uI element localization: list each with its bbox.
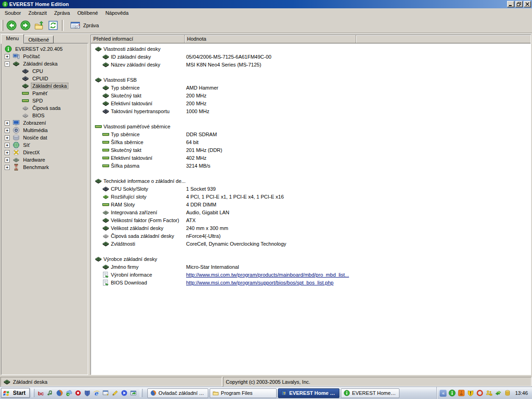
expand-icon[interactable]: + <box>5 128 10 133</box>
users-alert-tray-button[interactable]: ! <box>485 389 493 397</box>
info-row[interactable]: Skutečný takt200 MHz <box>91 91 531 99</box>
info-row[interactable]: Jméno firmyMicro-Star International <box>91 263 531 271</box>
menu-zprava[interactable]: Zpráva <box>50 9 73 17</box>
tree-item[interactable]: Základní deska <box>1 82 88 90</box>
info-row[interactable]: Velikostní faktor (Form Factor)ATX <box>91 216 531 224</box>
info-row[interactable]: Výrobní informacehttp://www.msi.com.tw/p… <box>91 271 531 278</box>
tray-chevron-button[interactable]: « <box>440 390 447 397</box>
info-row[interactable]: Skutečný takt201 MHz (DDR) <box>91 146 531 154</box>
info-row[interactable]: Šířka sběrnice64 bit <box>91 138 531 146</box>
info-row[interactable]: Efektivní taktování200 MHz <box>91 99 531 107</box>
up-button[interactable] <box>33 19 45 31</box>
firefox-quicklaunch-button[interactable] <box>55 388 64 398</box>
section-header-row[interactable]: Vlastnosti paměťové sběrnice <box>91 122 531 130</box>
info-value-link[interactable]: http://www.msi.com.tw/program/support/bi… <box>186 280 333 285</box>
tree-item[interactable]: +DirectX <box>1 149 88 156</box>
shield-quicklaunch-button[interactable] <box>83 388 92 398</box>
info-row[interactable]: ID základní desky05/04/2006-MS-7125-6A61… <box>91 53 531 60</box>
taskbar-window-everest-home-editio[interactable]: ?EVEREST Home Editio... <box>278 388 339 398</box>
section-header-row[interactable]: Výrobce základní desky <box>91 255 531 263</box>
tree-item[interactable]: SPD <box>1 97 88 104</box>
menu-oblibene[interactable]: Oblíbené <box>73 9 102 17</box>
pen-quicklaunch-button[interactable] <box>110 388 120 398</box>
info-row[interactable]: CPU Sokly/Sloty1 Socket 939 <box>91 185 531 193</box>
taskband-grip[interactable] <box>140 389 143 397</box>
tree-item[interactable]: EVEREST v2.20.405 <box>1 45 88 53</box>
refresh-button[interactable] <box>47 19 59 31</box>
expand-icon[interactable]: + <box>5 54 10 59</box>
collapse-icon[interactable]: − <box>5 61 10 66</box>
tree-item[interactable]: BIOS <box>1 112 88 119</box>
quicklaunch-grip[interactable] <box>32 389 35 397</box>
tree-item[interactable]: +Hardware <box>1 156 88 163</box>
close-button[interactable] <box>524 1 531 7</box>
expand-icon[interactable]: + <box>5 143 10 148</box>
start-button[interactable]: Start <box>1 388 30 398</box>
section-header-row[interactable]: Vlastnosti základní desky <box>91 45 531 53</box>
everest-tray-button[interactable] <box>448 389 456 397</box>
taskbar-window-everest-home-edit[interactable]: EVEREST Home Edit... <box>341 388 399 398</box>
tree-item[interactable]: +Multimédia <box>1 127 88 134</box>
info-row[interactable]: BIOS Downloadhttp://www.msi.com.tw/progr… <box>91 278 531 286</box>
toolbar-grip[interactable] <box>1 20 3 31</box>
back-button[interactable] <box>5 19 18 31</box>
tab-menu[interactable]: Menu <box>1 34 24 44</box>
section-header-row[interactable]: Technické informace o základní de... <box>91 177 531 185</box>
internet-explorer-quicklaunch-button[interactable]: e <box>92 388 101 398</box>
info-row[interactable]: ZvláštnostiCoreCell, Dynamic Overclockin… <box>91 240 531 248</box>
forward-button[interactable] <box>19 19 31 31</box>
info-row[interactable]: RAM Sloty4 DDR DIMM <box>91 200 531 208</box>
info-row[interactable]: Efektivní taktování402 MHz <box>91 154 531 162</box>
column-header-prehled[interactable]: Přehled informací <box>91 35 185 43</box>
info-row[interactable]: Název základní deskyMSI K8N Neo4 Series … <box>91 60 531 68</box>
section-header-row[interactable]: Vlastnosti FSB <box>91 76 531 84</box>
tab-oblibene[interactable]: Oblíbené <box>24 36 54 43</box>
tree-item[interactable]: Paměť <box>1 90 88 97</box>
media-player-quicklaunch-button[interactable] <box>120 388 129 398</box>
tree-item[interactable]: CPU <box>1 67 88 75</box>
taskbar-window-ovlada-z-kladn-desk[interactable]: Ovladač základní desk... <box>147 388 208 398</box>
column-header-hodnota[interactable]: Hodnota <box>185 35 356 43</box>
download-manager-quicklaunch-button[interactable] <box>64 388 73 398</box>
tree-item[interactable]: +Síť <box>1 141 88 149</box>
title-bar[interactable]: EVEREST Home Edition <box>0 0 532 8</box>
menu-soubor[interactable]: Soubor <box>1 9 24 17</box>
info-row[interactable]: Taktování hypertransportu1000 MHz <box>91 107 531 115</box>
tree-item[interactable]: +Počítač <box>1 53 88 60</box>
info-row[interactable]: Typ sběrniceDDR SDRAM <box>91 130 531 138</box>
tree-item[interactable]: −Základní deska <box>1 60 88 67</box>
info-value-link[interactable]: http://www.msi.com.tw/program/products/m… <box>186 272 349 278</box>
expand-icon[interactable]: + <box>5 121 10 126</box>
expand-icon[interactable]: + <box>5 135 10 140</box>
menu-zobrazit[interactable]: Zobrazit <box>24 9 50 17</box>
tree-item[interactable]: +Nosiče dat <box>1 134 88 141</box>
expand-icon[interactable]: + <box>5 150 10 155</box>
app-window-quicklaunch-button[interactable] <box>129 388 138 398</box>
security-alert-tray-button[interactable] <box>466 389 474 397</box>
restore-button[interactable] <box>515 1 523 7</box>
show-desktop-quicklaunch-button[interactable] <box>101 388 110 398</box>
bsplayer-quicklaunch-button[interactable]: bc <box>36 388 46 398</box>
miranda-quicklaunch-button[interactable] <box>73 388 83 398</box>
java-tray-button[interactable] <box>457 389 465 397</box>
info-row[interactable]: Integrovaná zařízeníAudio, Gigabit LAN <box>91 208 531 216</box>
expand-icon[interactable]: + <box>5 165 10 170</box>
info-row[interactable]: Velikost základní desky240 mm x 300 mm <box>91 224 531 232</box>
info-row[interactable]: Šířka pásma3214 MB/s <box>91 162 531 169</box>
taskbar-window-program-files[interactable]: Program Files <box>210 388 277 398</box>
tree-item[interactable]: +Benchmark <box>1 163 88 171</box>
menu-napoveda[interactable]: Nápověda <box>102 9 132 17</box>
opera-tray-button[interactable] <box>476 389 484 397</box>
tree-item[interactable]: Čipová sada <box>1 104 88 112</box>
report-button[interactable]: Zpráva <box>66 19 103 31</box>
database-tray-button[interactable] <box>503 389 511 397</box>
music-player-quicklaunch-button[interactable] <box>46 388 55 398</box>
tree-item[interactable]: +Zobrazení <box>1 119 88 127</box>
info-row[interactable]: Rozšiřující sloty4 PCI, 1 PCI-E x1, 1 PC… <box>91 193 531 200</box>
taskbar-clock[interactable]: 13:46 <box>515 390 528 396</box>
expand-icon[interactable]: + <box>5 157 10 163</box>
update-tray-button[interactable] <box>494 389 502 397</box>
minimize-button[interactable] <box>507 1 514 7</box>
info-row[interactable]: Typ sběrniceAMD Hammer <box>91 84 531 91</box>
tree-item[interactable]: CPUID <box>1 75 88 82</box>
